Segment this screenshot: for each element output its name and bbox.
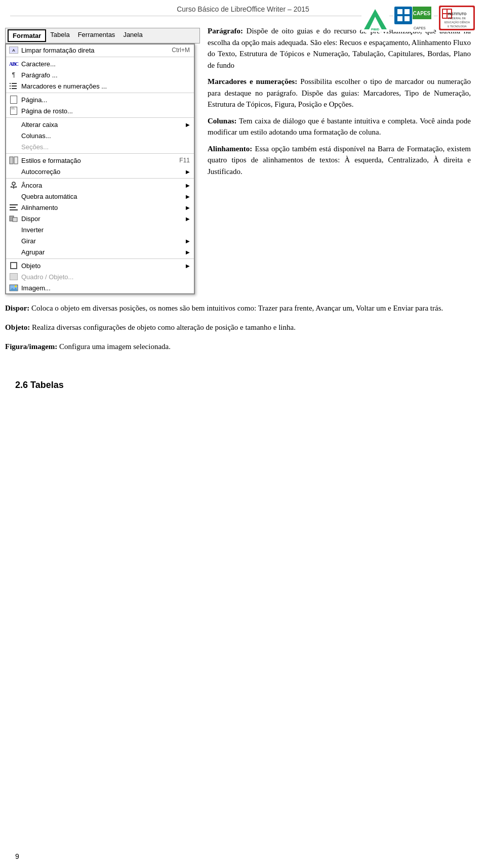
menu-item-colunas[interactable]: Colunas... (6, 130, 194, 141)
menu-item-estilos[interactable]: Estilos e formatação F11 (6, 155, 194, 166)
para-dispor: Dispor: Coloca o objeto em diversas posi… (5, 302, 471, 314)
menu-area: Formatar Tabela Ferramentas Janela A Lim… (5, 28, 200, 294)
obj-icon (8, 261, 19, 270)
header-logos: PIBID CAPES CAPES INSTITUT (361, 4, 476, 32)
menu-item-label: Página... (21, 96, 190, 104)
menu-item-label: Autocorreção (21, 168, 186, 176)
menu-item-marcadores[interactable]: Marcadores e numerações ... (6, 80, 194, 92)
menu-item-label: Limpar formatação direta (21, 47, 172, 54)
menu-item-ancora[interactable]: Âncora ▶ (6, 180, 194, 191)
menu-item-caractere[interactable]: ABC Caractere... (6, 58, 194, 69)
menu-item-quebra[interactable]: Quebra automática ▶ (6, 191, 194, 202)
svg-rect-31 (10, 157, 13, 164)
menu-item-label: Dispor (21, 215, 186, 223)
svg-text:E TECNOLOGIA: E TECNOLOGIA (448, 25, 467, 28)
para-text: Coloca o objeto em diversas posições, os… (29, 304, 443, 312)
para-objeto: Objeto: Realiza diversas configurações d… (5, 321, 471, 333)
svg-text:CAPES: CAPES (413, 11, 431, 16)
para-text: Realiza diversas configurações de objeto… (30, 323, 296, 331)
menu-separator (6, 258, 194, 259)
para-bold: Dispor: (5, 304, 29, 312)
para-paragrafo: Parágrafo: Dispõe de oito guias e do rec… (208, 25, 471, 71)
menu-bar-janela[interactable]: Janela (119, 29, 146, 42)
menu-item-agrupar[interactable]: Agrupar ▶ (6, 246, 194, 257)
para-colunas: Colunas: Tem caixa de diálogo que é bast… (208, 115, 471, 138)
menu-separator (6, 57, 194, 57)
menu-item-label: Quadro / Objeto... (21, 273, 190, 281)
page-icon (8, 95, 19, 104)
menu-item-label: Seções... (21, 143, 190, 151)
menu-item-objeto[interactable]: Objeto ▶ (6, 260, 194, 271)
menu-item-alterarcaixa[interactable]: Alterar caixa ▶ (6, 119, 194, 130)
submenu-arrow: ▶ (186, 263, 190, 269)
svg-point-33 (12, 182, 15, 185)
para-bold: Colunas: (208, 117, 237, 125)
menu-item-label: Âncora (21, 182, 186, 189)
svg-rect-32 (14, 157, 18, 164)
menu-item-inverter[interactable]: Inverter (6, 224, 194, 235)
svg-rect-17 (443, 10, 447, 13)
svg-point-45 (15, 285, 17, 287)
menu-bar: Formatar Tabela Ferramentas Janela (5, 28, 200, 44)
menu-item-label: Caractere... (21, 60, 190, 68)
menu-item-alinhamento[interactable]: Alinhamento ▶ (6, 202, 194, 213)
menu-item-label: Imagem... (21, 284, 190, 292)
menu-item-pagina[interactable]: Página... (6, 94, 194, 105)
menu-item-paginaderosto[interactable]: Página de rosto... (6, 105, 194, 116)
submenu-arrow: ▶ (186, 194, 190, 199)
menu-item-label: Agrupar (21, 248, 186, 256)
menu-item-girar[interactable]: Girar ▶ (6, 235, 194, 246)
svg-rect-7 (404, 9, 410, 14)
page-header: Curso Básico de LibreOffice Writer – 201… (0, 0, 486, 16)
svg-rect-9 (404, 16, 410, 21)
list-icon (8, 81, 19, 91)
para-text: Configura uma imagem selecionada. (57, 342, 171, 351)
menu-item-paragrafo[interactable]: ¶ Parágrafo ... (6, 69, 194, 80)
menu-item-label: Alinhamento (21, 204, 186, 211)
svg-rect-42 (13, 218, 17, 222)
menu-item-label: Girar (21, 237, 186, 245)
menu-item-label: Página de rosto... (21, 107, 190, 115)
menu-item-label: Inverter (21, 226, 190, 234)
svg-text:INSTITUTO: INSTITUTO (448, 12, 467, 16)
menu-item-imagem[interactable]: Imagem... (6, 282, 194, 293)
svg-text:EDUCAÇÃO CIÊNCIA: EDUCAÇÃO CIÊNCIA (444, 20, 470, 24)
svg-rect-39 (10, 207, 16, 208)
page-number: 9 (15, 852, 19, 860)
menu-item-label: Objeto (21, 262, 186, 270)
svg-rect-26 (12, 83, 17, 84)
svg-rect-25 (10, 83, 11, 84)
section-heading: 2.6 Tabelas (15, 380, 481, 390)
menu-bar-ferramentas[interactable]: Ferramentas (74, 29, 119, 42)
clear-icon: A (8, 46, 19, 55)
menu-item-label: Parágrafo ... (21, 71, 190, 79)
menu-bar-tabela[interactable]: Tabela (46, 29, 73, 42)
section-number: 2.6 (15, 380, 28, 390)
submenu-arrow: ▶ (186, 205, 190, 210)
menu-item-label: Quebra automática (21, 193, 186, 200)
menu-bar-formatar[interactable]: Formatar (8, 29, 46, 42)
para-bold: Alinhamento: (208, 145, 252, 153)
menu-item-label: Colunas... (21, 132, 190, 140)
menu-shortcut: Ctrl+M (172, 47, 190, 54)
frame-icon (8, 272, 19, 281)
svg-rect-30 (12, 88, 17, 89)
menu-item-autocorrecao[interactable]: Autocorreção ▶ (6, 166, 194, 177)
menu-item-dispor[interactable]: Dispor ▶ (6, 213, 194, 224)
below-content: Dispor: Coloca o objeto em diversas posi… (0, 299, 486, 365)
para-alinhamento: Alinhamento: Essa opção também está disp… (208, 143, 471, 178)
menu-item-label: Alterar caixa (21, 121, 186, 128)
svg-text:PIBID: PIBID (371, 28, 380, 31)
abc-icon: ABC (8, 59, 19, 68)
menu-item-secoes: Seções... (6, 141, 194, 152)
menu-item-limpar[interactable]: A Limpar formatação direta Ctrl+M (6, 45, 194, 56)
svg-rect-27 (10, 85, 11, 86)
menu-item-label: Marcadores e numerações ... (21, 82, 190, 90)
dispor-icon (8, 214, 19, 223)
svg-text:CAPES: CAPES (414, 26, 426, 30)
section-title: Tabelas (30, 380, 64, 390)
para-text: Tem caixa de diálogo que é bastante intu… (208, 117, 471, 137)
menu-separator (6, 93, 194, 93)
para-bold: Objeto: (5, 323, 30, 331)
svg-rect-28 (12, 85, 17, 86)
